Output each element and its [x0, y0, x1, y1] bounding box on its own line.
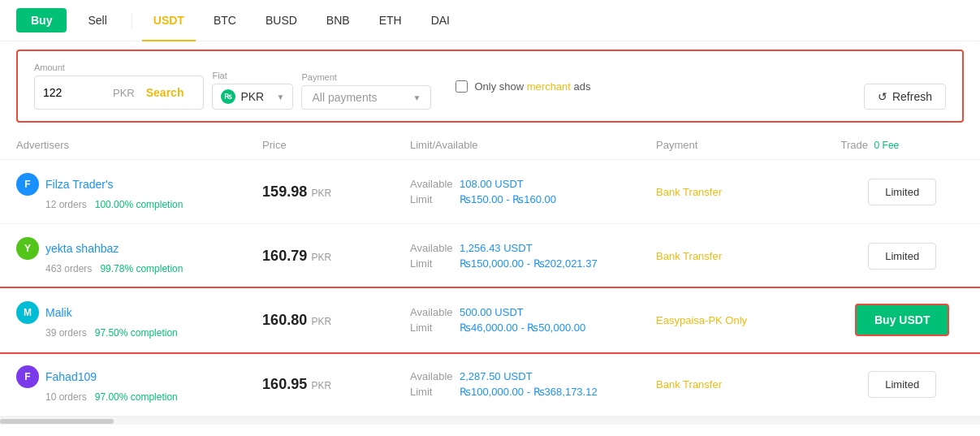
advertiser-info: M Malik 39 orders 97.50% completion	[16, 301, 262, 339]
limit-range: ₨100,000.00 - ₨368,173.12	[460, 386, 598, 398]
table-header: Advertisers Price Limit/Available Paymen…	[0, 131, 980, 160]
avatar: F	[16, 365, 39, 388]
price-unit: PKR	[309, 252, 331, 263]
limited-button[interactable]: Limited	[868, 371, 936, 398]
limit-col: Available 2,287.50 USDT Limit ₨100,000.0…	[410, 370, 656, 398]
tab-busd[interactable]: BUSD	[254, 8, 309, 32]
price-col: 160.95 PKR	[262, 376, 410, 393]
trade-col: Limited	[840, 243, 964, 270]
tab-dai[interactable]: DAI	[420, 8, 461, 32]
price-col: 160.79 PKR	[262, 248, 410, 265]
table-row: Y yekta shahbaz 463 orders 99.78% comple…	[0, 224, 980, 288]
currency-hint: PKR	[113, 87, 135, 99]
limit-col: Available 1,256.43 USDT Limit ₨150,000.0…	[410, 242, 656, 270]
trade-col: Limited	[840, 179, 964, 205]
payment-select[interactable]: All payments ▼	[301, 85, 431, 110]
top-bar: Buy Sell USDT BTC BUSD BNB ETH DAI	[0, 0, 980, 41]
refresh-button[interactable]: ↺ Refresh	[864, 84, 946, 110]
advertiser-name-row: F Fahad109	[16, 365, 262, 388]
advertiser-name[interactable]: Malik	[45, 306, 72, 319]
amount-input-wrap: PKR Search	[34, 76, 204, 110]
available-value: 2,287.50 USDT	[460, 370, 533, 382]
search-button[interactable]: Search	[135, 81, 196, 104]
limit-row: Limit ₨100,000.00 - ₨368,173.12	[410, 386, 656, 398]
tab-eth[interactable]: ETH	[368, 8, 413, 32]
price-unit: PKR	[309, 188, 331, 199]
merchant-check-group: Only show merchant ads	[455, 80, 590, 93]
limited-button[interactable]: Limited	[868, 179, 936, 205]
advertiser-info: Y yekta shahbaz 463 orders 99.78% comple…	[16, 237, 262, 274]
advertiser-name-row: M Malik	[16, 301, 262, 324]
advertiser-name[interactable]: Fahad109	[45, 370, 97, 383]
available-row: Available 2,287.50 USDT	[410, 370, 656, 382]
limit-label: Limit	[410, 193, 455, 205]
payment-col: Bank Transfer	[656, 378, 840, 391]
table-row: M Malik 39 orders 97.50% completion 160.…	[0, 288, 980, 352]
available-row: Available 500.00 USDT	[410, 306, 656, 318]
fiat-group: Fiat ₨ PKR ▼	[212, 71, 293, 110]
col-limit: Limit/Available	[410, 139, 656, 151]
limit-label: Limit	[410, 322, 455, 334]
fee-badge: 0 Fee	[874, 140, 900, 151]
available-label: Available	[410, 306, 455, 318]
orders-info: 10 orders 97.00% completion	[16, 391, 262, 403]
payment-group: Payment All payments ▼	[301, 72, 431, 110]
filter-bar: Amount PKR Search Fiat ₨ PKR ▼ Payment A…	[16, 50, 964, 123]
advertiser-info: F Filza Trader's 12 orders 100.00% compl…	[16, 173, 262, 210]
tab-bnb[interactable]: BNB	[315, 8, 361, 32]
advertiser-name[interactable]: yekta shahbaz	[45, 242, 119, 255]
merchant-checkbox[interactable]	[455, 80, 468, 93]
completion: 100.00% completion	[95, 199, 183, 210]
scrollbar-thumb	[0, 419, 114, 424]
limit-range: ₨150.00 - ₨160.00	[460, 193, 556, 205]
orders-info: 39 orders 97.50% completion	[16, 327, 262, 339]
fiat-select[interactable]: ₨ PKR ▼	[212, 84, 293, 110]
merchant-highlight: merchant	[527, 80, 571, 93]
available-row: Available 108.00 USDT	[410, 178, 656, 190]
trade-col: Limited	[840, 371, 964, 398]
avatar: M	[16, 301, 39, 324]
price-unit: PKR	[309, 380, 331, 391]
limit-row: Limit ₨46,000.00 - ₨50,000.00	[410, 322, 656, 334]
col-payment: Payment	[656, 139, 840, 151]
sell-tab-button[interactable]: Sell	[73, 8, 121, 32]
payment-value: All payments	[312, 91, 408, 104]
payment-label: Payment	[301, 72, 431, 82]
fiat-label: Fiat	[212, 71, 293, 80]
fiat-icon: ₨	[221, 89, 235, 104]
amount-input[interactable]	[43, 86, 108, 99]
price-col: 159.98 PKR	[262, 183, 410, 201]
refresh-label: Refresh	[892, 90, 932, 103]
completion: 99.78% completion	[100, 263, 183, 274]
refresh-icon: ↺	[878, 90, 887, 103]
fiat-currency: PKR	[240, 90, 271, 103]
limit-row: Limit ₨150.00 - ₨160.00	[410, 193, 656, 205]
table-body: F Filza Trader's 12 orders 100.00% compl…	[0, 160, 980, 417]
available-value: 108.00 USDT	[460, 178, 524, 190]
tab-usdt[interactable]: USDT	[142, 8, 196, 32]
avatar: Y	[16, 237, 39, 260]
scrollbar[interactable]	[0, 417, 980, 425]
limited-button[interactable]: Limited	[868, 243, 936, 270]
payment-col: Easypaisa-PK Only	[656, 314, 840, 326]
available-label: Available	[410, 178, 455, 190]
payment-col: Bank Transfer	[656, 250, 840, 262]
available-value: 500.00 USDT	[460, 306, 524, 318]
orders-info: 463 orders 99.78% completion	[16, 263, 262, 274]
limit-row: Limit ₨150,000.00 - ₨202,021.37	[410, 257, 656, 270]
avatar: F	[16, 173, 39, 196]
completion: 97.50% completion	[95, 327, 178, 339]
available-value: 1,256.43 USDT	[460, 242, 533, 254]
limit-label: Limit	[410, 386, 455, 398]
tab-btc[interactable]: BTC	[202, 8, 248, 32]
advertiser-name[interactable]: Filza Trader's	[45, 178, 114, 191]
advertiser-name-row: F Filza Trader's	[16, 173, 262, 196]
trade-col: Buy USDT	[840, 304, 964, 336]
advertiser-info: F Fahad109 10 orders 97.00% completion	[16, 365, 262, 403]
price-unit: PKR	[309, 316, 331, 327]
table-row: F Fahad109 10 orders 97.00% completion 1…	[0, 352, 980, 417]
buy-tab-button[interactable]: Buy	[16, 8, 67, 32]
fiat-chevron-icon: ▼	[277, 93, 285, 101]
buy-usdt-button[interactable]: Buy USDT	[855, 304, 949, 336]
amount-label: Amount	[34, 63, 204, 72]
